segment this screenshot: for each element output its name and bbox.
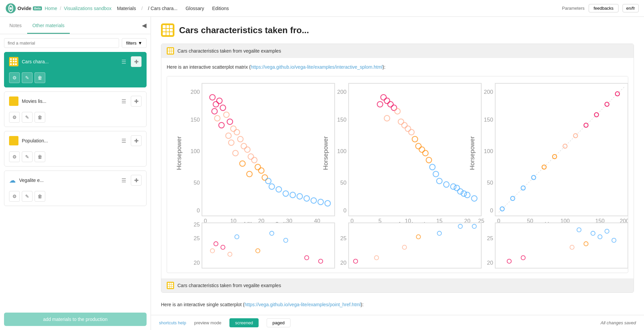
card-actions-vegalite: ⚙ ✎ 🗑 (4, 190, 146, 206)
content-header: Cars characteristics taken fro... (161, 23, 634, 37)
svg-text:20: 20 (487, 260, 493, 266)
settings-button-vegalite[interactable]: ⚙ (9, 191, 20, 202)
nav-sep1: / (60, 6, 61, 11)
search-input[interactable] (4, 38, 119, 48)
list-item[interactable]: ☁ Vegalite e... ☰ ✚ ⚙ ✎ 🗑 (4, 171, 147, 206)
sidebar-tabs: Notes Other materials ◀ (0, 17, 151, 34)
edit-button-vegalite[interactable]: ✎ (22, 191, 33, 202)
settings-button-population[interactable]: ⚙ (9, 151, 20, 162)
svg-rect-134 (348, 223, 481, 268)
svg-text:25: 25 (340, 236, 347, 242)
ovide-logo-icon (5, 3, 16, 14)
grid-icon (9, 96, 18, 106)
params-link[interactable]: Parameters (562, 6, 585, 11)
material-block-1: Cars characteristics taken from vegalite… (161, 44, 634, 293)
tab-notes[interactable]: Notes (4, 20, 27, 31)
beta-badge: Beta (33, 6, 42, 10)
top-navigation: Ovide Beta Home / Visualizations sandbox… (0, 0, 644, 17)
move-button-population[interactable]: ✚ (131, 135, 142, 146)
nav-sep2: / (141, 6, 143, 11)
nav-home[interactable]: Home (45, 6, 57, 11)
list-item[interactable]: Population... ☰ ✚ ⚙ ✎ 🗑 (4, 131, 147, 167)
svg-text:25: 25 (194, 221, 200, 228)
svg-text:150: 150 (191, 117, 200, 123)
shortcuts-help-link[interactable]: shortcuts help (159, 320, 186, 325)
nav-editions[interactable]: Editions (209, 6, 231, 11)
svg-text:Horsepower: Horsepower (469, 136, 476, 170)
tab-other-materials[interactable]: Other materials (27, 20, 70, 31)
nav-visualizations[interactable]: Visualizations sandbox (64, 6, 111, 11)
svg-text:200: 200 (191, 89, 200, 95)
svg-text:50: 50 (487, 180, 493, 186)
feedback-button[interactable]: feedbacks (589, 4, 619, 12)
card-title-movies: Movies lis... (22, 98, 118, 104)
block-1-footer-title: Cars characteristics taken from vegalite… (177, 283, 281, 288)
svg-rect-51 (348, 83, 481, 216)
scatterplot-matrix: Horsepower Miles_per_Gallon 0 50 100 150… (167, 76, 628, 273)
delete-button-movies[interactable]: 🗑 (35, 112, 45, 123)
block-1-title: Cars characteristics taken from vegalite… (177, 48, 281, 54)
nav-right: Parameters feedbacks en/fr (562, 4, 639, 12)
nav-glossary[interactable]: Glossary (183, 6, 207, 11)
svg-text:50: 50 (194, 180, 200, 186)
save-status: All changes saved (600, 320, 636, 325)
svg-text:25: 25 (487, 236, 493, 242)
nav-materials[interactable]: Materials (114, 6, 139, 11)
bottom-bar: shortcuts help preview mode screened pag… (151, 315, 644, 330)
move-button-movies[interactable]: ✚ (131, 96, 142, 107)
content-icon (161, 23, 174, 37)
svg-text:25: 25 (194, 236, 200, 242)
card-header-vegalite: ☁ Vegalite e... ☰ ✚ (4, 171, 146, 190)
main-layout: Notes Other materials ◀ filters ▼ Ca (0, 17, 644, 330)
logo-text: Ovide (17, 5, 32, 11)
svg-text:Horsepower: Horsepower (175, 136, 182, 170)
settings-button-movies[interactable]: ⚙ (9, 112, 20, 123)
collapse-sidebar-button[interactable]: ◀ (142, 22, 147, 29)
block-1-description: Here is an interactive scatterplot matri… (167, 63, 628, 71)
edit-button-movies[interactable]: ✎ (22, 112, 33, 123)
delete-button-population[interactable]: 🗑 (35, 151, 45, 162)
add-materials-button[interactable]: add materials to the production (4, 313, 147, 326)
svg-text:20: 20 (194, 260, 200, 266)
svg-text:150: 150 (484, 117, 493, 123)
cloud-icon: ☁ (9, 176, 16, 184)
paged-mode-button[interactable]: paged (267, 318, 290, 327)
drag-handle-icon: ☰ (121, 138, 126, 144)
sidebar-search-area: filters ▼ (0, 34, 151, 52)
svg-text:Horsepower: Horsepower (322, 136, 329, 170)
move-button-cars[interactable]: ✚ (131, 56, 142, 67)
preview-mode-label: preview mode (194, 320, 221, 325)
card-title-population: Population... (22, 138, 118, 143)
filter-button[interactable]: filters ▼ (122, 38, 147, 48)
card-title-cars: Cars chara... (22, 59, 118, 64)
svg-text:150: 150 (337, 117, 346, 123)
lang-button[interactable]: en/fr (623, 4, 639, 12)
delete-button-cars[interactable]: 🗑 (35, 72, 45, 83)
list-item[interactable]: Cars chara... ☰ ✚ ⚙ ✎ 🗑 (4, 52, 147, 87)
edit-button-population[interactable]: ✎ (22, 151, 33, 162)
screened-mode-button[interactable]: screened (229, 318, 259, 327)
block-2-description: Here is an interactive single scatterplo… (161, 301, 634, 308)
scatter-link-2[interactable]: https://vega.github.io/vega-lite/example… (245, 302, 361, 307)
svg-text:200: 200 (484, 89, 493, 95)
card-actions-cars: ⚙ ✎ 🗑 (4, 71, 146, 87)
card-actions-movies: ⚙ ✎ 🗑 (4, 111, 146, 127)
list-item[interactable]: Movies lis... ☰ ✚ ⚙ ✎ 🗑 (4, 91, 147, 127)
delete-button-vegalite[interactable]: 🗑 (35, 191, 45, 202)
drag-handle-icon: ☰ (121, 98, 126, 105)
logo[interactable]: Ovide Beta (5, 3, 42, 14)
svg-text:0: 0 (197, 207, 200, 214)
grid-icon (9, 136, 18, 145)
scatter-link-1[interactable]: https://vega.github.io/vega-lite/example… (251, 64, 383, 70)
edit-button-cars[interactable]: ✎ (22, 72, 33, 83)
svg-text:20: 20 (340, 260, 347, 266)
move-button-vegalite[interactable]: ✚ (131, 175, 142, 186)
chevron-down-icon: ▼ (138, 41, 142, 46)
drag-handle-icon: ☰ (121, 59, 126, 65)
grid-icon (9, 57, 18, 66)
settings-button-cars[interactable]: ⚙ (9, 72, 20, 83)
card-header-movies: Movies lis... ☰ ✚ (4, 92, 146, 111)
nav-cars[interactable]: / Cars chara... (145, 6, 180, 11)
svg-text:0: 0 (490, 207, 493, 214)
card-title-vegalite: Vegalite e... (19, 178, 118, 183)
